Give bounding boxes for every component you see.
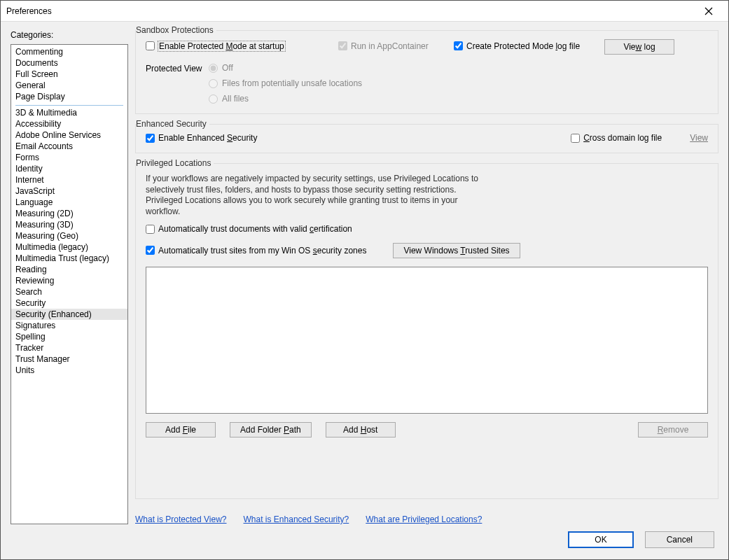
add-host-button[interactable]: Add Host xyxy=(326,422,396,438)
add-file-button[interactable]: Add File xyxy=(146,422,216,438)
category-item[interactable]: Trust Manager xyxy=(11,354,127,365)
auto-trust-os-checkbox[interactable]: Automatically trust sites from my Win OS… xyxy=(146,246,366,255)
category-item[interactable]: Adobe Online Services xyxy=(11,130,127,141)
category-item[interactable]: Full Screen xyxy=(11,69,127,80)
sandbox-title: Sandbox Protections xyxy=(136,25,216,35)
protected-view-unsafe-radio: Files from potentially unsafe locations xyxy=(209,78,362,88)
help-privileged-locations-link[interactable]: What are Privileged Locations? xyxy=(366,514,482,524)
category-item[interactable]: Commenting xyxy=(11,46,127,57)
category-item[interactable]: Language xyxy=(11,197,127,208)
dialog-body: Categories: CommentingDocumentsFull Scre… xyxy=(1,22,728,559)
category-item[interactable]: Identity xyxy=(11,163,127,174)
category-item[interactable]: Email Accounts xyxy=(11,141,127,152)
preferences-window: Preferences Categories: CommentingDocume… xyxy=(0,0,729,560)
category-item[interactable]: JavaScript xyxy=(11,186,127,197)
privileged-locations-list[interactable] xyxy=(146,267,708,414)
enhanced-title: Enhanced Security xyxy=(136,119,209,129)
remove-button: Remove xyxy=(638,422,708,438)
category-item[interactable]: Multimedia Trust (legacy) xyxy=(11,253,127,264)
close-icon[interactable] xyxy=(695,1,723,21)
enhanced-group: Enhanced Security Enable Enhanced Securi… xyxy=(135,124,718,153)
cancel-button[interactable]: Cancel xyxy=(645,531,714,548)
help-protected-view-link[interactable]: What is Protected View? xyxy=(135,514,227,524)
enable-protected-mode-checkbox[interactable]: Enable Protected Mode at startup xyxy=(146,41,285,51)
category-item[interactable]: Internet xyxy=(11,174,127,186)
category-item[interactable]: Security xyxy=(11,298,127,309)
categories-list[interactable]: CommentingDocumentsFull ScreenGeneralPag… xyxy=(11,44,128,524)
category-item[interactable]: Measuring (2D) xyxy=(11,208,127,219)
view-trusted-sites-button[interactable]: View Windows Trusted Sites xyxy=(393,243,520,258)
category-item[interactable]: Tracker xyxy=(11,342,127,354)
category-item[interactable]: Measuring (3D) xyxy=(11,219,127,230)
create-protected-log-checkbox[interactable]: Create Protected Mode log file xyxy=(454,41,580,51)
titlebar: Preferences xyxy=(1,1,728,22)
protected-view-label: Protected View xyxy=(146,63,209,104)
category-item[interactable]: Reading xyxy=(11,264,127,275)
category-item[interactable]: Measuring (Geo) xyxy=(11,230,127,241)
category-item[interactable]: General xyxy=(11,80,127,91)
privileged-title: Privileged Locations xyxy=(136,158,214,168)
sandbox-group: Sandbox Protections Enable Protected Mod… xyxy=(135,30,718,114)
category-item[interactable]: Units xyxy=(11,365,127,376)
category-item[interactable]: Multimedia (legacy) xyxy=(11,241,127,253)
category-item[interactable]: Spelling xyxy=(11,331,127,342)
category-item[interactable]: Signatures xyxy=(11,320,127,331)
enable-enhanced-security-checkbox[interactable]: Enable Enhanced Security xyxy=(146,133,257,143)
view-crossdomain-log-link[interactable]: View xyxy=(690,133,708,143)
category-item[interactable]: Page Display xyxy=(11,91,127,102)
category-item[interactable]: Security (Enhanced) xyxy=(11,309,127,320)
category-separator xyxy=(15,105,123,106)
protected-view-all-radio: All files xyxy=(209,94,362,104)
category-item[interactable]: 3D & Multimedia xyxy=(11,107,127,118)
cross-domain-log-checkbox[interactable]: Cross domain log file xyxy=(571,133,662,143)
category-item[interactable]: Search xyxy=(11,286,127,298)
categories-label: Categories: xyxy=(11,30,128,40)
privileged-group: Privileged Locations If your workflows a… xyxy=(135,163,718,499)
category-item[interactable]: Reviewing xyxy=(11,275,127,286)
view-log-button[interactable]: View log xyxy=(604,39,674,55)
category-item[interactable]: Accessibility xyxy=(11,118,127,130)
ok-button[interactable]: OK xyxy=(568,531,633,548)
category-item[interactable]: Documents xyxy=(11,57,127,69)
window-title: Preferences xyxy=(6,6,695,16)
privileged-description: If your workflows are negatively impacte… xyxy=(146,174,478,217)
run-appcontainer-checkbox: Run in AppContainer xyxy=(338,41,429,51)
add-folder-button[interactable]: Add Folder Path xyxy=(230,422,312,438)
protected-view-off-radio: Off xyxy=(209,63,362,73)
category-item[interactable]: Forms xyxy=(11,152,127,163)
help-enhanced-security-link[interactable]: What is Enhanced Security? xyxy=(244,514,349,524)
auto-trust-cert-checkbox[interactable]: Automatically trust documents with valid… xyxy=(146,224,352,234)
